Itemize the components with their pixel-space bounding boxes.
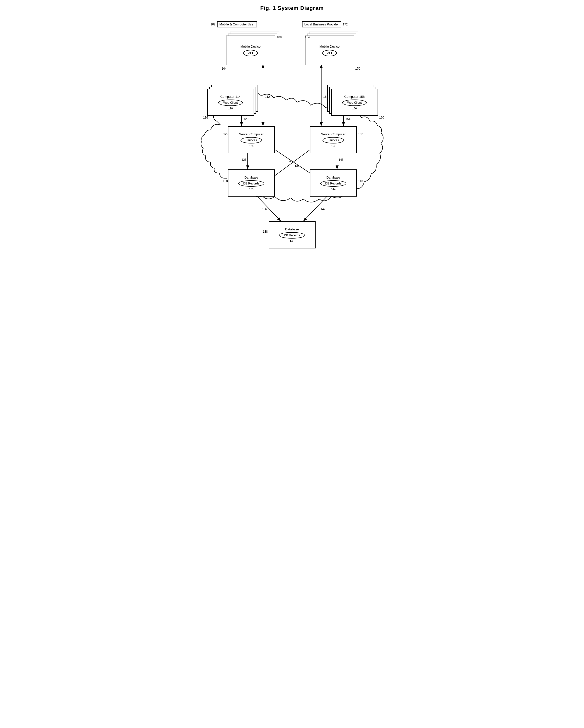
web-client-right-num: 156 — [352, 107, 356, 110]
svg-text:142: 142 — [320, 207, 325, 211]
mobile-device-right: Mobile Device API — [305, 35, 354, 65]
api-left-oval: API — [243, 50, 258, 56]
api-right-oval: API — [322, 50, 337, 56]
mobile-device-left: Mobile Device API — [226, 35, 275, 65]
db-left-num1: 128 — [223, 179, 228, 183]
database-bottom: Database DB Records 140 — [269, 221, 316, 249]
mobile-device-right-num2: 164 — [305, 35, 310, 39]
svg-text:148: 148 — [339, 158, 344, 161]
db-records-bottom-oval: DB Records — [279, 232, 305, 238]
web-client-left-oval: Web Client — [218, 100, 242, 106]
svg-text:136: 136 — [262, 207, 267, 211]
db-records-right-num: 144 — [331, 188, 335, 191]
user-group-label: 102 Mobile & Computer User — [211, 21, 257, 27]
web-client-right-oval: Web Client — [342, 100, 367, 106]
db-records-right-oval: DB Records — [320, 180, 346, 187]
db-records-bottom-num: 140 — [290, 239, 294, 242]
db-left-label: Database — [244, 176, 258, 179]
db-bottom-num: 138 — [263, 230, 268, 233]
computer-left-label: Computer 114 — [220, 95, 240, 99]
diagram: 112 120 162 154 126 148 132 134 136 142 … — [198, 19, 386, 266]
database-right: Database DB Records 144 — [310, 170, 357, 197]
computer-right: Computer 158 Web Client 156 — [331, 89, 378, 116]
db-bottom-label: Database — [285, 228, 299, 231]
db-records-left-num: 130 — [249, 188, 254, 191]
mobile-device-left-label: Mobile Device — [240, 45, 261, 48]
svg-text:126: 126 — [241, 158, 246, 161]
computer-right-num: 160 — [379, 116, 384, 119]
computer-left: Computer 114 Web Client 118 — [207, 89, 254, 116]
server-right-num1: 152 — [358, 132, 363, 136]
provider-group-label: Local Business Provider 172 — [302, 21, 348, 27]
mobile-device-right-label: Mobile Device — [320, 45, 340, 48]
svg-line-20 — [303, 194, 329, 221]
db-records-left-oval: DB Records — [238, 180, 264, 187]
svg-line-18 — [255, 194, 281, 221]
svg-text:154: 154 — [345, 117, 350, 121]
services-left-oval: Services — [240, 137, 262, 144]
svg-text:120: 120 — [243, 117, 248, 121]
server-left: Server Computer Services 124 — [228, 126, 275, 153]
svg-text:132: 132 — [295, 164, 299, 168]
mobile-device-right-num1: 170 — [355, 67, 360, 70]
page-title: Fig. 1 System Diagram — [198, 5, 386, 11]
svg-text:134: 134 — [286, 159, 291, 163]
services-right-oval: Services — [322, 137, 344, 144]
web-client-left-num: 118 — [228, 107, 233, 110]
computer-left-num: 116 — [203, 116, 208, 119]
mobile-device-left-num1: 104 — [222, 67, 227, 70]
mobile-device-left-num2: 108 — [277, 35, 282, 39]
svg-text:112: 112 — [265, 95, 270, 99]
server-left-label: Server Computer — [239, 132, 264, 136]
database-left: Database DB Records 130 — [228, 170, 275, 197]
services-left-num: 124 — [249, 145, 254, 148]
db-right-num1: 146 — [358, 179, 363, 183]
services-right-num: 150 — [331, 145, 335, 148]
computer-right-label: Computer 158 — [344, 95, 365, 99]
db-right-label: Database — [326, 176, 340, 179]
server-right: Server Computer Services 150 — [310, 126, 357, 153]
server-right-label: Server Computer — [321, 132, 345, 136]
server-left-num1: 122 — [223, 132, 229, 136]
